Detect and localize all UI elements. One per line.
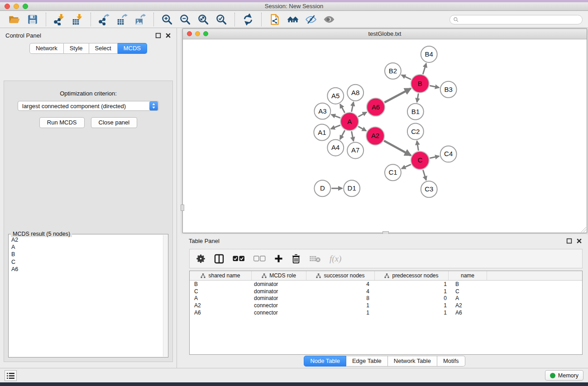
search-field[interactable] <box>449 15 583 24</box>
table-row-A6[interactable]: A6connector11A6 <box>190 309 582 316</box>
column-header-MCDS-role[interactable]: MCDS role <box>252 271 306 280</box>
float-panel-icon[interactable] <box>155 33 161 38</box>
close-panel-button[interactable]: Close panel <box>91 117 138 128</box>
tab-edge-table[interactable]: Edge Table <box>346 356 388 367</box>
result-scrollbar[interactable] <box>163 235 167 357</box>
show-panels-button[interactable] <box>5 370 17 381</box>
tab-node-table[interactable]: Node Table <box>304 356 346 367</box>
tab-mcds[interactable]: MCDS <box>118 43 147 54</box>
open-file-button[interactable] <box>5 12 24 27</box>
save-session-button[interactable] <box>24 12 42 27</box>
hide-graphics-button[interactable] <box>302 12 320 27</box>
graph-edge-A-A8[interactable] <box>352 102 354 112</box>
export-table-button[interactable] <box>113 12 131 27</box>
graph-edge-A-A3[interactable] <box>331 114 340 118</box>
graph-edge-C-C1[interactable] <box>402 164 411 168</box>
table-row-C[interactable]: Cdominator41C <box>190 288 582 295</box>
memory-button[interactable]: Memory <box>545 370 583 381</box>
control-panel-title: Control Panel <box>5 32 41 39</box>
deselect-all-button[interactable] <box>253 253 266 265</box>
import-table-button[interactable] <box>68 12 86 27</box>
column-header-name[interactable]: name <box>449 271 487 280</box>
graph-edge-B-B4[interactable] <box>423 63 426 74</box>
run-mcds-button[interactable]: Run MCDS <box>39 117 85 128</box>
birdseye-view-button[interactable] <box>320 12 338 27</box>
tab-select[interactable]: Select <box>89 43 118 54</box>
graph-edge-A2-C[interactable] <box>384 141 411 155</box>
result-item-B[interactable]: B <box>10 251 163 258</box>
home-button[interactable] <box>284 12 302 27</box>
cell-successor-nodes: 1 <box>306 302 375 309</box>
export-image-icon <box>134 14 146 25</box>
criterion-dropdown[interactable]: largest connected component (directed) <box>18 101 159 111</box>
table-body: Bdominator41BCdominator41CAdominator80AA… <box>190 281 582 316</box>
search-input[interactable] <box>461 16 579 23</box>
tab-motifs[interactable]: Motifs <box>437 356 465 367</box>
graph-node-label-B2: B2 <box>389 67 397 75</box>
close-window-button[interactable] <box>5 4 10 9</box>
graph-edge-A-A2[interactable] <box>358 126 366 131</box>
graph-edge-B-B1[interactable] <box>417 93 418 102</box>
graph-edge-A-A6[interactable] <box>358 112 367 117</box>
cell-successor-nodes: 4 <box>306 288 375 295</box>
graph-edge-B-B3[interactable] <box>430 86 439 87</box>
panel-divider-grip[interactable] <box>181 205 184 211</box>
network-minimize-button[interactable] <box>195 31 200 36</box>
refresh-button[interactable] <box>239 12 257 27</box>
delete-column-button[interactable] <box>292 253 301 265</box>
network-close-button[interactable] <box>187 31 192 36</box>
graph-edge-C-C2[interactable] <box>417 141 418 151</box>
zoom-out-icon <box>179 14 191 25</box>
close-table-panel-icon[interactable] <box>576 238 582 244</box>
graph-edge-C-C4[interactable] <box>430 156 439 158</box>
minimize-window-button[interactable] <box>14 4 19 9</box>
column-header-successor-nodes[interactable]: successor nodes <box>306 271 375 280</box>
graph-edge-A-A4[interactable] <box>340 130 345 139</box>
mcds-result-list: A2ABCA6 <box>10 236 163 356</box>
zoom-out-button[interactable] <box>176 12 194 27</box>
criterion-value: largest connected component (directed) <box>18 103 149 110</box>
graph-edge-A-A5[interactable] <box>340 104 344 113</box>
network-zoom-button[interactable] <box>203 31 208 36</box>
tab-network-table[interactable]: Network Table <box>388 356 437 367</box>
tab-style[interactable]: Style <box>64 43 89 54</box>
function-builder-button[interactable]: f(x) <box>330 253 341 265</box>
toolbar-separator <box>234 13 235 26</box>
table-row-A2[interactable]: A2connector11A2 <box>190 302 582 309</box>
cell-predecessor-nodes: 0 <box>375 295 449 301</box>
show-columns-button[interactable] <box>214 253 224 265</box>
export-image-button[interactable] <box>131 12 149 27</box>
float-table-panel-icon[interactable] <box>566 238 572 244</box>
graph-node-label-A2: A2 <box>371 132 379 139</box>
graph-edge-B-B2[interactable] <box>402 75 411 80</box>
result-item-A6[interactable]: A6 <box>10 266 163 273</box>
export-network-button[interactable] <box>95 12 113 27</box>
open-session-button[interactable] <box>266 12 284 27</box>
result-item-A2[interactable]: A2 <box>10 236 163 243</box>
zoom-window-button[interactable] <box>23 4 28 9</box>
table-row-A[interactable]: Adominator80A <box>190 295 582 302</box>
column-header-predecessor-nodes[interactable]: predecessor nodes <box>375 271 449 280</box>
network-canvas[interactable]: B4B2BB3A8A5A6A3B1AC2A1A2A4A7C4CC1DD1C3 <box>183 40 587 233</box>
window-resize-handle[interactable] <box>581 227 586 232</box>
result-item-C[interactable]: C <box>10 258 163 266</box>
graph-edge-A-A7[interactable] <box>352 131 354 141</box>
cell-shared-name: B <box>190 281 252 287</box>
import-network-icon <box>53 14 65 25</box>
add-column-button[interactable] <box>274 253 283 265</box>
zoom-fit-button[interactable] <box>194 12 212 27</box>
table-settings-button[interactable] <box>196 253 206 265</box>
graph-edge-A-A1[interactable] <box>331 125 340 129</box>
tab-network[interactable]: Network <box>29 43 64 54</box>
zoom-selected-button[interactable] <box>212 12 230 27</box>
close-panel-icon[interactable] <box>165 33 171 38</box>
result-item-A[interactable]: A <box>10 243 163 251</box>
import-network-button[interactable] <box>50 12 68 27</box>
delete-table-button[interactable] <box>309 253 321 265</box>
zoom-in-button[interactable] <box>158 12 176 27</box>
graph-edge-C-C3[interactable] <box>423 170 426 180</box>
table-row-B[interactable]: Bdominator41B <box>190 281 582 288</box>
graph-edge-A6-B[interactable] <box>384 89 411 103</box>
column-header-shared-name[interactable]: shared name <box>190 271 252 280</box>
select-all-button[interactable] <box>233 253 245 265</box>
